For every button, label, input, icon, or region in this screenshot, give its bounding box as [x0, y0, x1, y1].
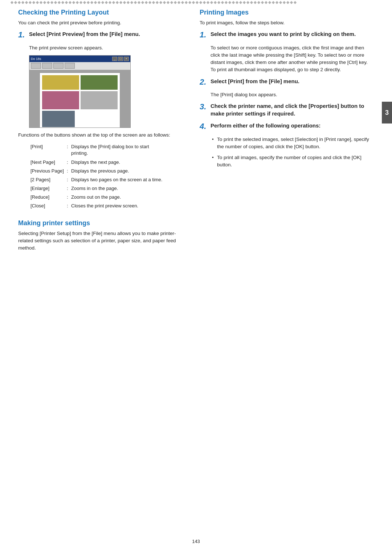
preview-img-green — [81, 75, 118, 90]
page-wrapper: 3 Checking the Printing Layout You can c… — [0, 0, 392, 555]
btn-desc: Displays the previous page. — [70, 167, 167, 175]
preview-page — [40, 73, 120, 128]
btn-desc: Closes the print preview screen. — [70, 202, 167, 210]
titlebar-text: Do 18s — [31, 57, 41, 61]
preview-img-flower — [42, 91, 79, 109]
preview-row-3 — [42, 111, 118, 127]
btn-desc: Zooms in on the page. — [70, 184, 167, 193]
bullet-item: To print the selected images, select [Se… — [211, 136, 374, 151]
top-border — [0, 0, 392, 5]
btn-name: [Reduce] — [29, 193, 65, 202]
screenshot-toolbar — [29, 62, 130, 70]
preview-img-gray — [81, 91, 118, 109]
toolbar-btn-1 — [31, 63, 41, 69]
left-step-1-heading: Select [Print Preview] from the [File] m… — [29, 30, 140, 38]
btn-name: [Close] — [29, 202, 65, 210]
right-step-4: 4. Perform either of the following opera… — [200, 122, 374, 131]
right-step-2-number: 2. — [200, 77, 208, 87]
section-checking-layout: Checking the Printing Layout You can che… — [18, 9, 185, 211]
preview-row-1 — [42, 75, 118, 90]
right-step-3-number: 3. — [200, 102, 208, 112]
section-printing-images: Printing Images To print images, follow … — [200, 9, 374, 169]
page-number: 143 — [192, 539, 200, 544]
btn-name: [Print] — [29, 142, 65, 158]
screenshot-titlebar: Do 18s _ □ × — [29, 56, 130, 62]
toolbar-btn-4 — [65, 63, 75, 69]
printing-images-title: Printing Images — [200, 9, 374, 16]
toolbar-btn-3 — [53, 63, 64, 69]
btn-colon: : — [65, 142, 70, 158]
checking-layout-title: Checking the Printing Layout — [18, 9, 185, 16]
right-step-4-bullets: To print the selected images, select [Se… — [211, 136, 374, 169]
dot-row — [11, 1, 381, 4]
btn-name: [2 Pages] — [29, 175, 65, 184]
button-table-row: [Previous Page] : Displays the previous … — [29, 167, 167, 175]
right-step-1-number: 1. — [200, 30, 208, 40]
left-step-1: 1. Select [Print Preview] from the [File… — [18, 30, 185, 40]
preview-img-building — [42, 111, 75, 127]
btn-desc: Zooms out on the page. — [70, 193, 167, 202]
print-preview-screenshot: Do 18s _ □ × — [29, 55, 131, 128]
left-step-1-number: 1. — [18, 30, 26, 40]
button-table-row: [Enlarge] : Zooms in on the page. — [29, 184, 167, 193]
right-step-4-number: 4. — [200, 122, 208, 131]
right-step-4-heading: Perform either of the following operatio… — [211, 122, 320, 129]
bullet-item: To print all images, specify the number … — [211, 154, 374, 169]
making-printer-title: Making printer settings — [18, 219, 185, 227]
right-step-1-heading: Select the images you want to print by c… — [211, 30, 356, 38]
left-column: Checking the Printing Layout You can che… — [18, 9, 185, 255]
checking-layout-intro: You can check the print preview before p… — [18, 19, 185, 27]
btn-name: [Enlarge] — [29, 184, 65, 193]
right-step-3-heading: Check the printer name, and click the [P… — [211, 102, 374, 117]
btn-name: [Previous Page] — [29, 167, 65, 175]
right-column: Printing Images To print images, follow … — [200, 9, 374, 255]
button-table-row: [2 Pages] : Displays two pages on the sc… — [29, 175, 167, 184]
btn-colon: : — [65, 167, 70, 175]
printing-images-intro: To print images, follow the steps below. — [200, 19, 374, 27]
btn-desc: Displays two pages on the screen at a ti… — [70, 175, 167, 184]
making-printer-body: Selecting [Printer Setup] from the [File… — [18, 230, 185, 252]
right-step-1-detail: To select two or more contiguous images,… — [211, 44, 374, 74]
titlebar-btn-close: × — [124, 57, 129, 61]
main-content: Checking the Printing Layout You can che… — [0, 9, 392, 255]
btn-name: [Next Page] — [29, 158, 65, 167]
preview-img-yellow — [42, 75, 79, 90]
btn-colon: : — [65, 202, 70, 210]
right-step-3: 3. Check the printer name, and click the… — [200, 102, 374, 117]
btn-colon: : — [65, 184, 70, 193]
side-tab-number: 3 — [382, 102, 392, 123]
toolbar-btn-2 — [42, 63, 52, 69]
section-making-printer-settings: Making printer settings Selecting [Print… — [18, 219, 185, 252]
left-step-1-detail: The print preview screen appears. — [29, 44, 185, 52]
screenshot-body — [29, 70, 130, 127]
right-step-2-detail: The [Print] dialog box appears. — [211, 91, 374, 98]
right-step-2-heading: Select [Print] from the [File] menu. — [211, 77, 299, 85]
titlebar-btn-max: □ — [118, 57, 123, 61]
right-step-1: 1. Select the images you want to print b… — [200, 30, 374, 40]
button-table-row: [Print] : Displays the [Print] dialog bo… — [29, 142, 167, 158]
titlebar-buttons: _ □ × — [112, 57, 129, 61]
btn-colon: : — [65, 193, 70, 202]
button-table-row: [Next Page] : Displays the next page. — [29, 158, 167, 167]
btn-desc: Displays the next page. — [70, 158, 167, 167]
button-table-row: [Close] : Closes the print preview scree… — [29, 202, 167, 210]
btn-colon: : — [65, 158, 70, 167]
btn-desc: Displays the [Print] dialog box to start… — [70, 142, 167, 158]
titlebar-btn-min: _ — [112, 57, 117, 61]
button-table-row: [Reduce] : Zooms out on the page. — [29, 193, 167, 202]
buttons-intro: Functions of the buttons shown at the to… — [18, 131, 185, 139]
preview-row-2 — [42, 91, 118, 109]
buttons-table: [Print] : Displays the [Print] dialog bo… — [29, 142, 167, 211]
btn-colon: : — [65, 175, 70, 184]
right-step-2: 2. Select [Print] from the [File] menu. — [200, 77, 374, 87]
